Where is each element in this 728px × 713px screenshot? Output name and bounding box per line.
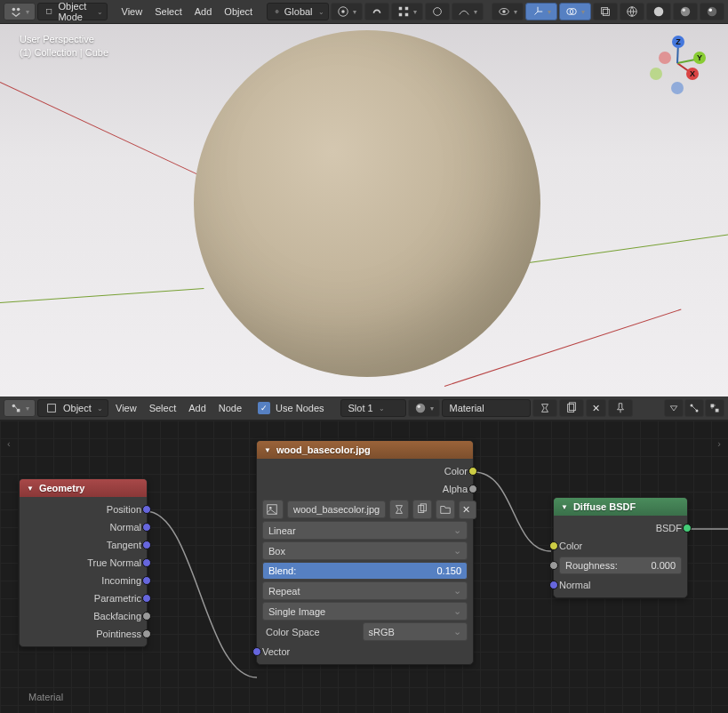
projection-value: Box xyxy=(268,546,285,557)
gizmo-neg-icon[interactable] xyxy=(650,68,662,80)
editor-type-selector[interactable]: ▾ xyxy=(4,399,36,417)
menu-select[interactable]: Select xyxy=(149,6,188,17)
node-wrangler-lazy[interactable] xyxy=(684,399,704,417)
node-title[interactable]: ▼ wood_basecolor.jpg xyxy=(257,441,473,459)
svg-point-38 xyxy=(269,507,272,509)
menu-select[interactable]: Select xyxy=(144,403,182,413)
node-wrangler-frame[interactable] xyxy=(705,399,724,417)
svg-point-10 xyxy=(433,8,441,16)
blend-value: 0.150 xyxy=(436,565,461,576)
socket-label: Color xyxy=(444,466,468,477)
roughness-field[interactable]: Roughness: 0.000 xyxy=(559,557,682,574)
viewport-3d[interactable]: ▾ Object Mode ⌄ View Select Add Object G… xyxy=(0,0,728,397)
fake-user-button[interactable] xyxy=(532,399,557,417)
shading-lookdev[interactable] xyxy=(673,3,698,20)
collection-label: (1) Collection | Cube xyxy=(20,47,108,58)
gizmo-x-icon[interactable]: X xyxy=(686,68,699,80)
node-title[interactable]: ▼ Diffuse BSDF xyxy=(554,498,687,516)
material-path-label: Material xyxy=(28,692,63,702)
svg-point-1 xyxy=(17,8,20,12)
node-title[interactable]: ▼ Geometry xyxy=(20,479,147,497)
material-name-field[interactable]: Material xyxy=(442,399,531,417)
pivot-selector[interactable]: ▾ xyxy=(331,3,363,20)
image-browser-icon[interactable] xyxy=(262,500,284,519)
reveal-button[interactable] xyxy=(664,399,684,417)
pin-button[interactable] xyxy=(608,399,633,417)
svg-rect-6 xyxy=(398,7,402,11)
snap-element[interactable]: ▾ xyxy=(391,3,423,20)
shading-wireframe[interactable] xyxy=(620,3,644,20)
shading-solid[interactable] xyxy=(646,3,671,20)
slot-label: Slot 1 xyxy=(348,403,373,413)
viewport-object-sphere[interactable] xyxy=(194,30,540,377)
socket-label: Vector xyxy=(262,646,290,657)
image-name-field[interactable]: wood_basecolor.jpg xyxy=(287,501,386,518)
socket-label: Parametric xyxy=(94,593,141,604)
slot-selector[interactable]: Slot 1 ⌄ xyxy=(340,399,406,417)
breadcrumb-chevron-left: ‹ xyxy=(7,438,11,449)
svg-point-26 xyxy=(12,405,16,408)
snap-toggle[interactable] xyxy=(364,3,389,20)
axis-y-line xyxy=(0,288,204,303)
axis-x-line xyxy=(0,82,210,180)
new-material-button[interactable] xyxy=(559,399,584,417)
menu-object[interactable]: Object xyxy=(219,6,258,17)
viewport-overlay-info: User Perspective (1) Collection | Cube xyxy=(20,34,108,60)
shader-type[interactable]: Object ⌄ xyxy=(37,399,108,417)
menu-view[interactable]: View xyxy=(116,6,148,17)
menu-view[interactable]: View xyxy=(110,403,142,413)
duplicate-icon[interactable] xyxy=(412,500,432,519)
menu-add[interactable]: Add xyxy=(189,6,218,17)
menu-node[interactable]: Node xyxy=(213,403,247,413)
proportional-toggle[interactable] xyxy=(425,3,450,20)
colorspace-field[interactable]: sRGB xyxy=(363,622,468,641)
extension-field[interactable]: Repeat xyxy=(262,581,468,600)
proportional-falloff[interactable]: ▾ xyxy=(452,3,484,20)
node-header: ▾ Object ⌄ View Select Add Node ✓ Use No… xyxy=(0,397,728,421)
svg-rect-36 xyxy=(716,409,719,413)
gizmo-z-icon[interactable]: Z xyxy=(672,36,684,48)
roughness-value: 0.000 xyxy=(651,560,676,571)
mode-selector[interactable]: Object Mode ⌄ xyxy=(37,3,108,20)
unlink-material-button[interactable]: ✕ xyxy=(586,399,606,417)
roughness-label: Roughness: xyxy=(565,560,618,571)
shading-rendered[interactable] xyxy=(700,3,724,20)
socket-label: True Normal xyxy=(87,557,141,568)
svg-rect-35 xyxy=(711,405,715,408)
overlays-toggle[interactable]: ▾ xyxy=(559,3,591,20)
shader-type-label: Object xyxy=(63,403,92,413)
svg-point-29 xyxy=(415,404,425,413)
gizmo-neg-icon[interactable] xyxy=(659,52,671,64)
object-visibility[interactable]: ▾ xyxy=(492,3,524,20)
editor-type-selector[interactable]: ▾ xyxy=(4,3,36,20)
interpolation-field[interactable]: Linear xyxy=(262,521,468,540)
colorspace-label: Color Space xyxy=(262,627,359,637)
fake-user-icon[interactable] xyxy=(389,500,409,519)
socket-label: Normal xyxy=(110,522,141,533)
edge-color-to-color xyxy=(474,472,551,551)
node-diffuse-bsdf[interactable]: ▼ Diffuse BSDF BSDF Color Roughness: 0.0… xyxy=(553,497,688,598)
node-editor[interactable]: ▾ Object ⌄ View Select Add Node ✓ Use No… xyxy=(0,397,728,713)
material-browser[interactable]: ▾ xyxy=(408,399,440,417)
svg-point-18 xyxy=(654,7,664,17)
socket-label: Color xyxy=(559,541,582,551)
node-image-texture[interactable]: ▼ wood_basecolor.jpg Color Alpha wood_ba… xyxy=(256,440,474,665)
navigation-gizmo[interactable]: X Y Z xyxy=(646,32,708,94)
node-canvas[interactable]: ‹ › ▼ Geometry Position Normal Tangent T… xyxy=(0,421,728,713)
node-title-label: Diffuse BSDF xyxy=(573,501,636,512)
use-nodes-checkbox[interactable]: ✓ xyxy=(258,402,270,414)
xray-toggle[interactable] xyxy=(593,3,618,20)
gizmo-y-icon[interactable]: Y xyxy=(693,52,706,64)
unlink-image-icon[interactable]: ✕ xyxy=(459,501,476,519)
gizmo-neg-icon[interactable] xyxy=(671,82,684,94)
viewport-header: ▾ Object Mode ⌄ View Select Add Object G… xyxy=(0,0,728,24)
gizmo-toggle[interactable]: ▾ xyxy=(525,3,557,20)
menu-add[interactable]: Add xyxy=(183,403,212,413)
source-field[interactable]: Single Image xyxy=(262,602,468,621)
blend-field[interactable]: Blend: 0.150 xyxy=(262,562,468,580)
transform-orientation[interactable]: Global ⌄ xyxy=(267,3,329,20)
node-geometry[interactable]: ▼ Geometry Position Normal Tangent True … xyxy=(19,478,148,647)
material-name-label: Material xyxy=(450,403,484,413)
open-file-icon[interactable] xyxy=(436,500,455,519)
projection-field[interactable]: Box xyxy=(262,541,468,560)
